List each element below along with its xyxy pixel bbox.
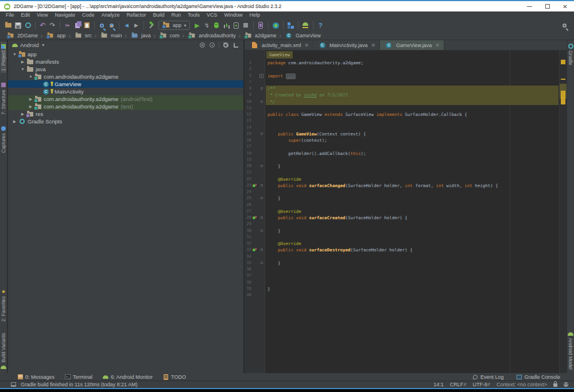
paste-button[interactable] [82, 21, 92, 30]
breadcrumb-item-a2dgame[interactable]: a2dgame [242, 31, 278, 41]
menu-item-vcs[interactable]: VCS [203, 11, 221, 19]
tree-arrow-right-icon[interactable]: ▶ [20, 60, 26, 64]
forward-button[interactable]: ▶ [131, 21, 141, 30]
fold-region-end-icon[interactable] [261, 100, 263, 103]
tool-stripe-gradle[interactable]: Gradle [568, 42, 573, 67]
tab-close-icon[interactable]: ✕ [435, 42, 440, 48]
menu-item-edit[interactable]: Edit [18, 11, 34, 19]
code-line[interactable]: 16 super(context); [245, 137, 559, 143]
code-line[interactable]: 25 } [245, 195, 559, 201]
code-line[interactable]: 3import ... [245, 73, 559, 79]
menu-item-run[interactable]: Run [168, 11, 185, 19]
editor-tab-activity_main.xml[interactable]: activity_main.xml✕ [246, 40, 313, 50]
copy-button[interactable] [72, 21, 82, 30]
code-line[interactable]: 34 [245, 254, 559, 260]
toggle-tool-buttons-icon[interactable] [11, 382, 16, 387]
tree-row-res[interactable]: ▶res [8, 110, 243, 118]
menu-item-refactor[interactable]: Refactor [123, 11, 149, 19]
tool-window-button-gradle-console[interactable]: Gradle Console [516, 374, 560, 380]
breadcrumb-item-main[interactable]: main [98, 31, 123, 41]
tree-row-app[interactable]: ▼app [8, 51, 243, 58]
code-line[interactable]: 8/** [245, 86, 559, 92]
avd-manager-button[interactable] [256, 21, 266, 30]
fold-region-start-icon[interactable] [261, 133, 263, 135]
code-line[interactable]: 39} [245, 286, 559, 292]
debug-button[interactable] [212, 21, 222, 30]
back-button[interactable]: ◀ [122, 21, 131, 30]
tab-close-icon[interactable]: ✕ [371, 42, 375, 48]
breadcrumb-item-com[interactable]: com [157, 31, 181, 41]
help-button[interactable]: ? [316, 21, 325, 30]
tree-row-mainactivity[interactable]: MainActivity [8, 88, 243, 95]
tool-stripe-7-structure[interactable]: 7: Structure [1, 81, 6, 117]
code-line[interactable]: 19 [245, 157, 559, 163]
fold-region-start-icon[interactable] [261, 184, 263, 187]
tool-stripe-2-favorites[interactable]: ★2: Favorites [1, 288, 6, 323]
tool-stripe-android-model[interactable]: Android Model [568, 329, 573, 371]
code-line[interactable]: 12public class GameView extends SurfaceV… [245, 111, 559, 118]
menu-item-code[interactable]: Code [79, 11, 98, 19]
code-line[interactable]: 20 } [245, 163, 559, 169]
fold-region-start-icon[interactable] [261, 87, 263, 90]
code-line[interactable]: 1package com.androidauthority.a2dgame; [245, 60, 559, 66]
warning-block-mark[interactable] [561, 91, 565, 104]
fold-region-start-icon[interactable] [261, 216, 263, 219]
code-line[interactable]: 37 [245, 273, 559, 279]
menu-item-view[interactable]: View [33, 11, 51, 19]
line-ending-selector[interactable]: CRLF⇵ [450, 382, 467, 387]
tree-arrow-down-icon[interactable]: ▼ [20, 67, 26, 71]
instant-run-button[interactable]: ↯ [202, 21, 212, 30]
breadcrumb-item-java[interactable]: java [129, 31, 152, 41]
close-button[interactable]: ✕ [556, 1, 574, 11]
code-line[interactable]: 13 [245, 118, 559, 124]
override-method-gutter-icon[interactable] [253, 216, 255, 219]
tree-arrow-right-icon[interactable]: ▶ [28, 104, 34, 109]
editor-code[interactable]: 1package com.androidauthority.a2dgame;23… [245, 60, 559, 298]
settings-gear-icon[interactable] [223, 42, 229, 48]
editor-tab-gameview.java[interactable]: GameView.java✕ [380, 40, 444, 50]
code-line[interactable]: 23 public void surfaceChanged(SurfaceHol… [245, 183, 559, 189]
tool-stripe-captures[interactable]: Captures [1, 125, 6, 155]
code-line[interactable]: 29 [245, 221, 559, 227]
error-stripe-scrollbar[interactable] [559, 51, 567, 373]
code-line[interactable]: 9 * Created by rushd on 7/5/2017. [245, 92, 559, 98]
undo-button[interactable]: ↶ [38, 21, 48, 30]
code-line[interactable]: 28 public void surfaceCreated(SurfaceHol… [245, 215, 559, 221]
code-line[interactable]: 21 [245, 169, 559, 176]
attach-debugger-button[interactable] [231, 21, 241, 30]
menu-item-tools[interactable]: Tools [184, 11, 203, 19]
save-all-button[interactable] [13, 21, 23, 30]
code-line[interactable]: 10 */ [245, 99, 559, 105]
hide-panel-icon[interactable] [232, 42, 239, 48]
override-method-gutter-icon[interactable] [253, 249, 255, 251]
code-line[interactable]: 33 public void surfaceDestroyed(SurfaceH… [245, 247, 559, 253]
code-line[interactable]: 30 } [245, 228, 559, 234]
tree-arrow-right-icon[interactable]: ▶ [28, 97, 34, 102]
code-line[interactable]: 26 [245, 202, 559, 208]
encoding-selector[interactable]: UTF-8⇵ [472, 382, 490, 387]
code-line[interactable]: 22 @Override [245, 176, 559, 183]
code-line[interactable]: 32 @Override [245, 240, 559, 247]
tool-stripe-1-project[interactable]: 1: Project [1, 42, 6, 73]
code-line[interactable]: 17 [245, 143, 559, 150]
code-line[interactable]: 11 [245, 105, 559, 111]
profile-button[interactable] [222, 21, 231, 30]
tree-row-com.androidauthority.a2dgame[interactable]: ▶com.androidauthority.a2dgame(test) [8, 103, 243, 110]
tool-stripe-build-variants[interactable]: Build Variants [1, 331, 6, 371]
run-configuration-selector[interactable]: app▼ [158, 21, 190, 30]
menu-item-window[interactable]: Window [221, 11, 246, 19]
fold-region-end-icon[interactable] [261, 197, 263, 199]
maximize-button[interactable] [538, 1, 556, 11]
project-structure-button[interactable] [286, 21, 296, 30]
find-button[interactable] [97, 21, 107, 30]
synchronize-button[interactable] [23, 21, 33, 30]
fold-region-end-icon[interactable] [261, 262, 263, 264]
project-view-selector[interactable]: Android [20, 42, 39, 48]
open-button[interactable] [3, 21, 13, 30]
code-line[interactable]: 24 [245, 189, 559, 195]
build-button[interactable] [146, 21, 156, 30]
code-line[interactable]: 36 [245, 266, 559, 273]
code-line[interactable]: 15 public GameView(Context context) { [245, 131, 559, 137]
code-line[interactable]: 35 } [245, 260, 559, 266]
code-line[interactable]: 31 [245, 234, 559, 240]
